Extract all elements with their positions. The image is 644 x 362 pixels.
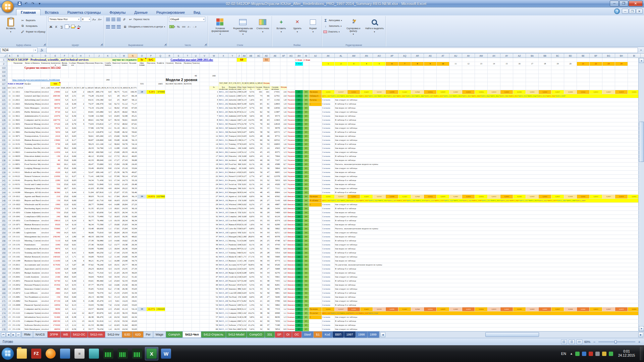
cell[interactable] — [200, 263, 209, 267]
cell[interactable]: 26 — [209, 191, 219, 195]
cell[interactable] — [255, 66, 263, 70]
cell[interactable] — [138, 122, 147, 126]
cell[interactable]: 2410 — [237, 134, 242, 138]
cell[interactable]: Как видно из таблицы — [335, 122, 641, 126]
cell[interactable] — [200, 191, 209, 195]
cell[interactable]: 33,63 — [128, 303, 138, 307]
column-header-O[interactable]: O — [138, 54, 147, 58]
cell[interactable]: 1,4 — [280, 191, 287, 195]
cell[interactable]: 54,14 — [128, 142, 138, 146]
cell[interactable] — [564, 58, 577, 62]
cell[interactable]: Wholesale and Retail Buyers — [24, 203, 41, 207]
cell[interactable]: Согласна — [322, 134, 335, 138]
cell[interactable]: 13-2011 — [12, 263, 24, 267]
cell[interactable]: 13 — [209, 138, 219, 142]
cell[interactable]: 25 — [209, 187, 219, 191]
cell[interactable] — [174, 207, 183, 211]
cell[interactable]: Компьютерные — [41, 62, 50, 66]
cell[interactable]: 11-3131 — [12, 142, 24, 146]
cell[interactable] — [192, 315, 200, 319]
cell[interactable]: 14,24 — [120, 299, 128, 303]
cell[interactable] — [200, 203, 209, 207]
cell[interactable]: 1,3% — [247, 110, 255, 114]
cell[interactable]: 13 — [7, 287, 12, 291]
cell[interactable] — [24, 86, 41, 90]
cell[interactable]: Human Resources Managers — [228, 138, 237, 142]
cell[interactable]: 0,11 — [69, 307, 77, 311]
cell[interactable]: 6124 — [270, 215, 280, 219]
cell[interactable]: Управленец — [287, 126, 295, 130]
cell[interactable]: 23,0 — [61, 211, 69, 215]
cell[interactable]: 0,0003 — [526, 307, 539, 311]
cell[interactable]: Как следует из таблицы — [335, 175, 641, 179]
cell[interactable]: 64 — [295, 299, 303, 303]
cell[interactable] — [280, 58, 287, 62]
cell[interactable] — [347, 82, 360, 86]
cell[interactable]: Б#13_2021 — [219, 267, 228, 271]
cell[interactable]: 65 — [295, 323, 303, 327]
cell[interactable]: 19810 — [50, 219, 61, 223]
cell[interactable] — [41, 70, 50, 74]
cell[interactable] — [156, 138, 165, 142]
cell[interactable]: 73,28 — [85, 94, 94, 98]
cell[interactable] — [551, 82, 564, 86]
cell[interactable]: 64 — [255, 106, 263, 110]
column-header-N[interactable]: N — [128, 54, 138, 58]
cell[interactable]: 8214935 — [174, 82, 183, 86]
cell[interactable] — [147, 114, 156, 118]
cell[interactable] — [192, 82, 200, 86]
cell[interactable]: 4,2 — [61, 110, 69, 114]
cell[interactable] — [147, 235, 156, 239]
cell[interactable] — [488, 86, 500, 90]
cell[interactable]: 38,34 — [128, 263, 138, 267]
cell[interactable] — [183, 150, 192, 155]
cell[interactable]: 4,0% — [247, 279, 255, 283]
cell[interactable] — [200, 195, 209, 199]
cell[interactable]: 12,0 — [61, 179, 69, 183]
cell[interactable]: 0,0303 — [322, 195, 335, 199]
cell[interactable]: Compliance Officers — [24, 215, 41, 219]
cell[interactable]: 27,43 — [120, 159, 128, 163]
cell[interactable]: detailed — [41, 327, 50, 331]
cell[interactable]: 679980 — [156, 90, 165, 94]
cell[interactable]: 1,2 — [104, 142, 112, 146]
cell[interactable]: 50 — [255, 171, 263, 175]
cell[interactable] — [138, 175, 147, 179]
align-left-button[interactable] — [105, 24, 110, 29]
cell[interactable]: 2,9 — [104, 159, 112, 163]
cell[interactable]: Согласна — [322, 150, 335, 155]
cell[interactable]: 0,12 — [69, 247, 77, 251]
cell[interactable]: Б#11_3011 — [219, 114, 228, 118]
accounting-format-button[interactable]: $▾ — [169, 24, 175, 29]
cell[interactable]: 48,02 — [128, 235, 138, 239]
redo-button[interactable]: ↷ — [30, 1, 36, 6]
cell[interactable] — [138, 255, 147, 259]
cell[interactable]: 64 — [295, 267, 303, 271]
cell[interactable]: 64 — [303, 203, 309, 207]
cell[interactable]: 0,30% — [242, 114, 247, 118]
cell[interactable]: 0,0098 — [386, 307, 398, 311]
cell[interactable]: 1,1 — [104, 319, 112, 323]
cell[interactable]: 23,0 — [61, 195, 69, 199]
cell[interactable] — [174, 195, 183, 199]
cell[interactable] — [138, 323, 147, 327]
cell[interactable]: 33 — [263, 223, 270, 227]
cell[interactable]: 47 — [263, 171, 270, 175]
cell[interactable]: 0,41 — [69, 251, 77, 255]
cell[interactable]: detailed — [41, 227, 50, 231]
cell[interactable]: 13 — [7, 299, 12, 303]
increase-decimal-button[interactable]: ,0→ — [186, 24, 192, 29]
cell[interactable] — [360, 86, 373, 90]
cell[interactable] — [147, 106, 156, 110]
cell[interactable]: 41 — [255, 279, 263, 283]
cell[interactable]: 63 — [295, 98, 303, 102]
cell[interactable] — [309, 138, 322, 142]
cell[interactable] — [165, 255, 174, 259]
cell[interactable] — [156, 287, 165, 291]
cell[interactable]: 0,38 — [69, 315, 77, 319]
cell[interactable]: 2,51 — [69, 319, 77, 323]
cell[interactable] — [475, 66, 488, 70]
cell[interactable]: Б#13_2011 — [219, 263, 228, 267]
cell[interactable] — [183, 279, 192, 283]
cell[interactable]: Logisticians — [228, 231, 237, 235]
